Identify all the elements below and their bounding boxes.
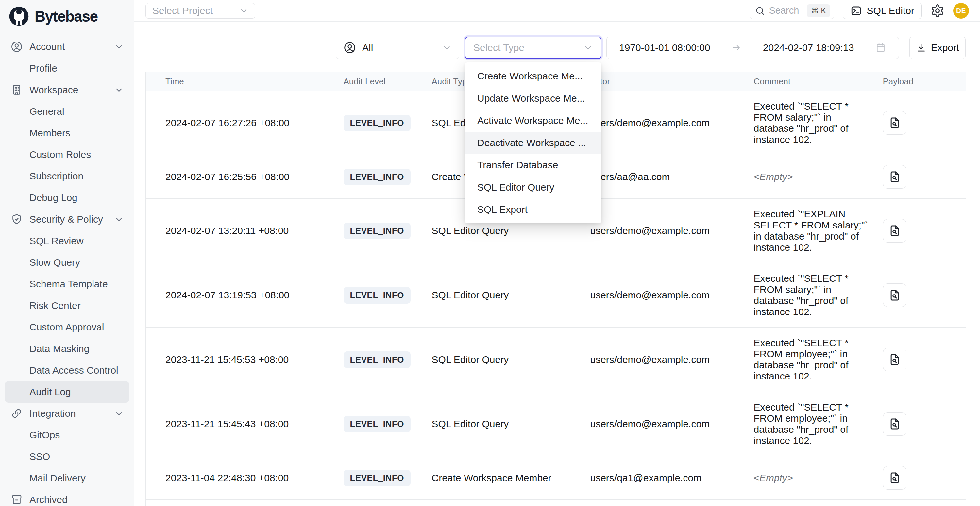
search-shortcut-badge: ⌘ K [807, 4, 830, 18]
sidebar-item-slow-query[interactable]: Slow Query [5, 252, 129, 273]
cell-actor: users/demo@example.com [590, 500, 754, 506]
sidebar-item-data-access-control[interactable]: Data Access Control [5, 360, 129, 381]
payload-view-button[interactable] [883, 111, 907, 135]
avatar[interactable]: DE [953, 3, 969, 19]
sidebar-item-account[interactable]: Account [5, 36, 129, 57]
type-filter-select[interactable]: Select Type [465, 37, 601, 59]
cell-payload [883, 500, 966, 506]
sidebar-item-security-policy[interactable]: Security & Policy [5, 208, 129, 230]
file-search-icon [888, 353, 901, 366]
cell-payload [883, 199, 966, 263]
type-option-transfer-database[interactable]: Transfer Database [465, 154, 601, 176]
sidebar-item-workspace[interactable]: Workspace [5, 79, 129, 101]
date-range-end[interactable]: 2024-02-07 18:09:13 [763, 42, 854, 53]
topbar: Select Project Search ⌘ K SQL Editor DE [134, 0, 980, 22]
project-select[interactable]: Select Project [145, 3, 255, 19]
cell-time: 2024-02-07 13:20:11 +08:00 [146, 199, 344, 263]
cell-comment: Executed `"SELECT * FROM salary;"` in da… [754, 91, 883, 155]
payload-view-button[interactable] [883, 219, 907, 243]
payload-view-button[interactable] [883, 165, 907, 189]
cell-time: 2023-11-21 15:45:43 +08:00 [146, 392, 344, 456]
sidebar-item-risk-center[interactable]: Risk Center [5, 295, 129, 317]
project-select-placeholder: Select Project [152, 5, 213, 16]
building-icon [10, 84, 23, 96]
cell-actor: users/demo@example.com [590, 91, 754, 155]
cell-time: 2024-02-07 13:19:53 +08:00 [146, 263, 344, 328]
bytebase-logo-icon [8, 6, 29, 27]
sidebar-item-profile[interactable]: Profile [5, 57, 129, 79]
sidebar-item-archived[interactable]: Archived [5, 489, 129, 506]
bytebase-logo[interactable]: Bytebase [0, 0, 134, 33]
cell-payload [883, 155, 966, 199]
cell-audit-level: LEVEL_INFO [344, 91, 432, 155]
search-icon [755, 6, 765, 16]
sidebar-item-debug-log[interactable]: Debug Log [5, 187, 129, 208]
payload-view-button[interactable] [883, 348, 907, 371]
sidebar-item-schema-template[interactable]: Schema Template [5, 273, 129, 295]
cell-audit-type: Create Workspace Member [432, 456, 590, 500]
chevron-down-icon [115, 85, 124, 94]
level-badge: LEVEL_INFO [344, 416, 410, 433]
sidebar-item-integration[interactable]: Integration [5, 403, 129, 424]
sidebar-item-custom-roles[interactable]: Custom Roles [5, 144, 129, 165]
cell-time: 2023-11-04 21:26:24 +08:00 [146, 500, 344, 506]
terminal-icon [850, 5, 862, 17]
col-header-actor: Actor [590, 72, 754, 91]
type-option-sql-editor-query[interactable]: SQL Editor Query [465, 176, 601, 199]
sidebar-item-members[interactable]: Members [5, 122, 129, 144]
cell-audit-level: LEVEL_INFO [344, 328, 432, 392]
level-badge: LEVEL_INFO [344, 352, 410, 368]
cell-time: 2024-02-07 16:25:56 +08:00 [146, 155, 344, 199]
search-input[interactable]: Search ⌘ K [749, 3, 834, 19]
sidebar-item-sql-review[interactable]: SQL Review [5, 230, 129, 252]
file-search-icon [888, 116, 901, 129]
type-option-deactivate-workspace-member[interactable]: Deactivate Workspace ... [465, 132, 601, 154]
sidebar-item-gitops[interactable]: GitOps [5, 424, 129, 446]
col-header-audit-level: Audit Level [344, 72, 432, 91]
sidebar-item-mail-delivery[interactable]: Mail Delivery [5, 468, 129, 489]
payload-view-button[interactable] [883, 466, 907, 490]
file-search-icon [888, 417, 901, 431]
export-button[interactable]: Export [909, 37, 966, 59]
actor-filter-select[interactable]: All [336, 37, 459, 59]
sidebar-item-sso[interactable]: SSO [5, 446, 129, 468]
cell-payload [883, 91, 966, 155]
cell-audit-type: SQL Editor Query [432, 328, 590, 392]
sidebar-item-custom-approval[interactable]: Custom Approval [5, 317, 129, 338]
shield-check-icon [10, 213, 23, 226]
level-badge: LEVEL_INFO [344, 169, 410, 185]
cell-comment: Executed `"SELECT * FROM employee;"` in … [754, 392, 883, 456]
type-filter-placeholder: Select Type [473, 42, 524, 53]
type-option-activate-workspace-member[interactable]: Activate Workspace Me... [465, 110, 601, 132]
type-option-sql-export[interactable]: SQL Export [465, 199, 601, 221]
cell-comment: <Empty> [754, 155, 883, 199]
col-header-payload: Payload [883, 72, 966, 91]
sidebar-item-general[interactable]: General [5, 101, 129, 122]
cell-payload [883, 456, 966, 500]
cell-payload [883, 392, 966, 456]
sidebar-item-subscription[interactable]: Subscription [5, 165, 129, 187]
cell-audit-level: LEVEL_INFO [344, 199, 432, 263]
cell-time: 2024-02-07 16:27:26 +08:00 [146, 91, 344, 155]
payload-view-button[interactable] [883, 283, 907, 307]
cell-actor: users/demo@example.com [590, 392, 754, 456]
date-range-start[interactable]: 1970-01-01 08:00:00 [619, 42, 710, 53]
file-search-icon [888, 170, 901, 183]
type-option-update-workspace-member[interactable]: Update Workspace Me... [465, 87, 601, 110]
sql-editor-button[interactable]: SQL Editor [843, 3, 922, 19]
type-option-create-workspace-member[interactable]: Create Workspace Me... [465, 65, 601, 87]
bytebase-app: Bytebase Account Profile Workspace Gener… [0, 0, 980, 506]
cell-audit-type: SQL Editor Query [432, 500, 590, 506]
date-range-picker[interactable]: 1970-01-01 08:00:00 2024-02-07 18:09:13 [606, 37, 899, 59]
gear-icon[interactable] [930, 3, 945, 18]
cell-audit-level: LEVEL_INFO [344, 392, 432, 456]
cell-actor: users/qa1@example.com [590, 456, 754, 500]
sidebar-item-audit-log[interactable]: Audit Log [5, 381, 129, 403]
level-badge: LEVEL_INFO [344, 287, 410, 304]
payload-view-button[interactable] [883, 412, 907, 436]
brand-wordmark: Bytebase [35, 8, 98, 25]
main-content: Select Project Search ⌘ K SQL Editor DE [134, 0, 980, 506]
cell-audit-level: LEVEL_INFO [344, 155, 432, 199]
sidebar-item-data-masking[interactable]: Data Masking [5, 338, 129, 360]
chevron-down-icon [239, 6, 248, 15]
